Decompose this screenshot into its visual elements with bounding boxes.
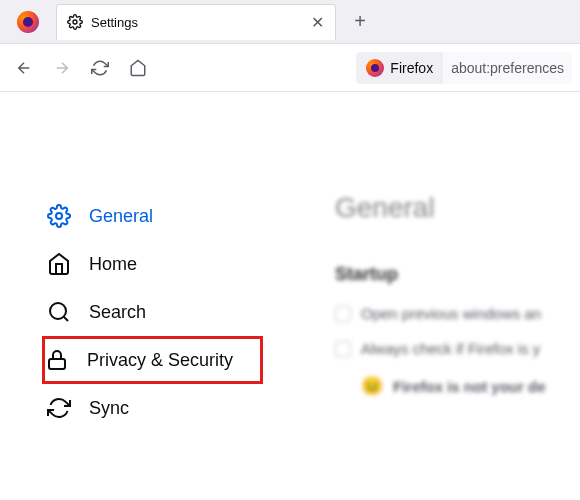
sidebar-item-label: Search <box>89 302 146 323</box>
svg-rect-4 <box>49 359 65 369</box>
lock-icon <box>45 348 69 372</box>
status-text: Firefox is not your de <box>393 378 546 395</box>
checkbox-label: Open previous windows an <box>361 305 541 322</box>
checkbox-label: Always check if Firefox is y <box>361 340 540 357</box>
sidebar-item-label: Privacy & Security <box>87 350 233 371</box>
app-icon <box>8 11 48 33</box>
sidebar-item-label: Home <box>89 254 137 275</box>
url-text: about:preferences <box>443 52 572 84</box>
sidebar-item-privacy-security[interactable]: Privacy & Security <box>42 336 263 384</box>
content-area: General Home Search Privacy & Security <box>0 92 580 500</box>
site-identity[interactable]: Firefox <box>356 52 443 84</box>
settings-sidebar: General Home Search Privacy & Security <box>0 92 295 500</box>
sidebar-item-general[interactable]: General <box>45 192 260 240</box>
sidebar-item-sync[interactable]: Sync <box>45 384 260 432</box>
forward-button[interactable] <box>46 52 78 84</box>
svg-point-0 <box>73 20 77 24</box>
sidebar-item-home[interactable]: Home <box>45 240 260 288</box>
svg-point-1 <box>56 213 62 219</box>
search-icon <box>47 300 71 324</box>
toolbar: Firefox about:preferences <box>0 44 580 92</box>
svg-line-3 <box>64 317 68 321</box>
checkbox-row[interactable]: Always check if Firefox is y <box>335 340 580 357</box>
gear-icon <box>67 14 83 30</box>
new-tab-button[interactable]: + <box>346 8 374 36</box>
section-heading: Startup <box>335 264 580 285</box>
firefox-logo-icon <box>17 11 39 33</box>
identity-label: Firefox <box>390 60 433 76</box>
close-icon[interactable]: ✕ <box>309 14 325 30</box>
tab-strip: Settings ✕ + <box>0 0 580 44</box>
sync-icon <box>47 396 71 420</box>
tab-label: Settings <box>91 15 309 30</box>
firefox-logo-icon <box>366 59 384 77</box>
browser-tab[interactable]: Settings ✕ <box>56 4 336 40</box>
sidebar-item-label: General <box>89 206 153 227</box>
sidebar-item-search[interactable]: Search <box>45 288 260 336</box>
address-bar[interactable]: Firefox about:preferences <box>356 50 572 86</box>
home-icon <box>47 252 71 276</box>
main-panel: General Startup Open previous windows an… <box>295 92 580 500</box>
reload-button[interactable] <box>84 52 116 84</box>
back-button[interactable] <box>8 52 40 84</box>
neutral-face-icon: 😐 <box>361 375 383 397</box>
gear-icon <box>47 204 71 228</box>
checkbox-icon[interactable] <box>335 306 351 322</box>
svg-point-2 <box>50 303 66 319</box>
default-browser-status: 😐 Firefox is not your de <box>361 375 580 397</box>
sidebar-item-label: Sync <box>89 398 129 419</box>
page-heading: General <box>335 192 580 224</box>
checkbox-row[interactable]: Open previous windows an <box>335 305 580 322</box>
home-button[interactable] <box>122 52 154 84</box>
checkbox-icon[interactable] <box>335 341 351 357</box>
